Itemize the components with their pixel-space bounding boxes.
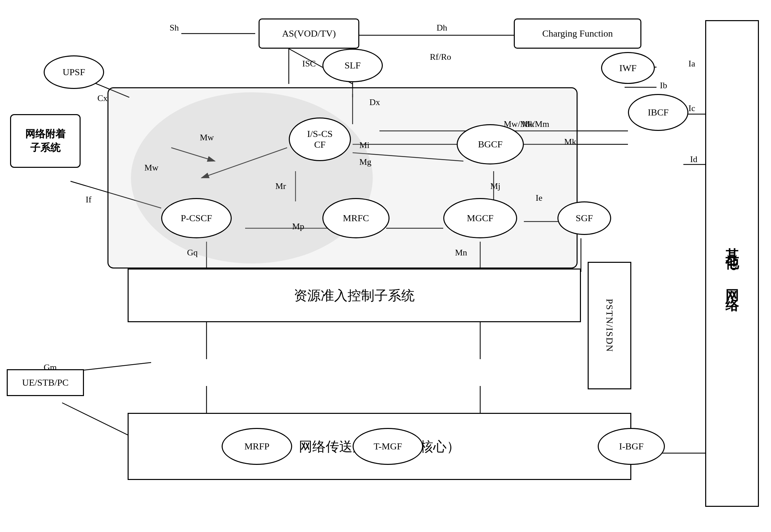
nas-label: 网络附着 子系统 [25, 127, 65, 155]
ib-label: Ib [660, 81, 667, 91]
uestbpc-node: UE/STB/PC [7, 369, 84, 396]
mgcf-node: MGCF [443, 198, 517, 238]
ibgf-label: I-BGF [619, 441, 643, 452]
bgcf-label: BGCF [478, 139, 502, 150]
mrfc-node: MRFC [322, 198, 390, 238]
pcscf-label: P-CSCF [181, 213, 212, 224]
mw2-label: Mw [144, 163, 158, 173]
mrfc-label: MRFC [343, 213, 369, 224]
tmgf-label: T-MGF [374, 441, 402, 452]
bgcf-node: BGCF [457, 124, 524, 164]
gq-label: Gq [187, 248, 198, 258]
ie-label: Ie [536, 193, 542, 203]
pstn-label: PSTN/ISDN [604, 299, 615, 352]
slf-node: SLF [322, 49, 383, 82]
mr-label: Mr [275, 181, 286, 191]
sgf-node: SGF [557, 201, 611, 235]
resources-label: 资源准入控制子系统 [294, 286, 415, 305]
mgcf-label: MGCF [467, 213, 493, 224]
gm-label: Gm [44, 362, 57, 373]
id-label: Id [690, 154, 697, 164]
iscscf-label: I/S-CS CF [307, 129, 332, 150]
mj-label: Mj [490, 181, 500, 191]
as-node: AS(VOD/TV) [259, 18, 359, 49]
shaded-cscf-area [131, 92, 373, 263]
upsf-node: UPSF [44, 55, 104, 89]
pstn-box: PSTN/ISDN [588, 262, 631, 389]
tmgf-node: T-MGF [353, 428, 423, 465]
charging-node: Charging Function [514, 18, 641, 49]
upsf-label: UPSF [63, 67, 85, 78]
as-label: AS(VOD/TV) [282, 28, 336, 39]
mrfp-label: MRFP [244, 441, 270, 452]
slf-label: SLF [345, 60, 361, 71]
other-ip-label: 其 他 IP 网 络 [723, 237, 741, 290]
iwf-label: IWF [619, 63, 636, 74]
iscscf-node: I/S-CS CF [289, 117, 351, 161]
ic-label: Ic [688, 103, 695, 113]
if-label: If [86, 195, 91, 205]
sgf-label: SGF [576, 213, 593, 224]
iwf-node: IWF [601, 52, 655, 84]
pcscf-node: P-CSCF [161, 198, 232, 238]
charging-label: Charging Function [542, 28, 613, 39]
mn-label: Mn [455, 248, 467, 258]
ibgf-node: I-BGF [598, 428, 665, 465]
mrfp-node: MRFP [222, 428, 292, 465]
diagram-container: 网络附着 子系统 AS(VOD/TV) Charging Function UP… [0, 0, 771, 532]
dx-label: Dx [369, 97, 380, 107]
ia-label: Ia [688, 59, 695, 69]
uestbpc-label: UE/STB/PC [22, 377, 69, 388]
ibcf-node: IBCF [628, 94, 688, 131]
mi-label: Mi [359, 140, 369, 150]
mg-label: Mg [359, 157, 371, 167]
other-ip-box: 其 他 IP 网 络 [705, 20, 759, 507]
isc-label: ISC [302, 59, 316, 69]
cx-label: Cx [97, 93, 107, 103]
resources-box: 资源准入控制子系统 [128, 269, 581, 322]
mp-label: Mp [292, 222, 304, 232]
nas-box: 网络附着 子系统 [10, 114, 81, 168]
sh-label: Sh [170, 23, 179, 33]
dh-label: Dh [437, 23, 447, 33]
mw1-label: Mw [200, 133, 214, 143]
mk2-label: Mk [522, 119, 534, 129]
ibcf-label: IBCF [648, 107, 669, 118]
mk1-label: Mk [564, 137, 576, 147]
rfro-label: Rf/Ro [430, 52, 451, 62]
